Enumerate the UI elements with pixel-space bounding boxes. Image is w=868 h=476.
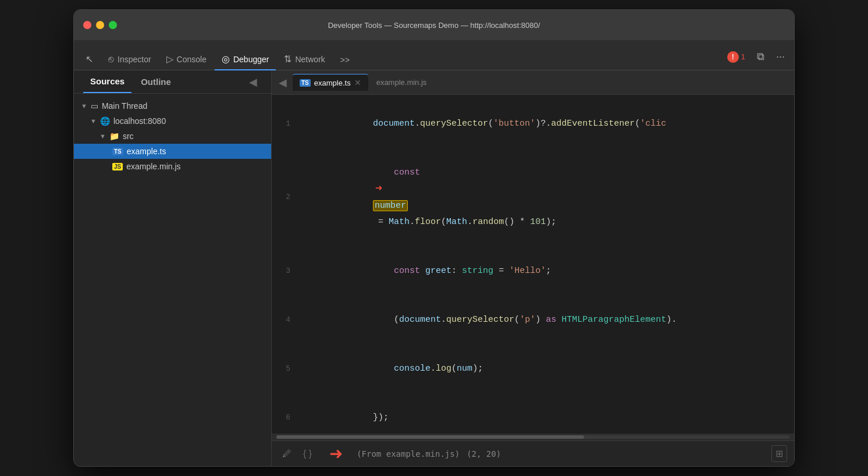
source-map-coords: (2, 20)	[467, 449, 501, 459]
close-button[interactable]	[83, 21, 91, 29]
console-icon: ▷	[166, 54, 173, 65]
line-content-2: const ➜ number = Math.floor(Math.random(…	[300, 148, 794, 247]
line-num-4: 4	[272, 312, 300, 328]
more-options-icon: ···	[776, 51, 785, 63]
tree-item-src[interactable]: ▼ 📁 src	[74, 129, 271, 144]
expand-arrow-main-thread: ▼	[81, 102, 87, 109]
error-badge[interactable]: ! 1	[723, 49, 750, 65]
line-num-2: 2	[272, 189, 300, 205]
line-num-1: 1	[272, 116, 300, 132]
tree-item-example-min-js[interactable]: JS example.min.js	[74, 159, 271, 174]
responsive-design-button[interactable]: ⧉	[752, 48, 769, 65]
code-tab-minjs-label: example.min.js	[376, 78, 427, 87]
format-button[interactable]: { }	[300, 446, 315, 461]
pretty-print-icon: 🖉	[282, 449, 291, 459]
title-bar: Developer Tools — Sourcemaps Demo — http…	[74, 10, 794, 40]
toolbar-right: ! 1 ⧉ ···	[723, 48, 789, 70]
format-label: { }	[303, 449, 312, 459]
error-count: 1	[741, 52, 745, 61]
sources-tab-label: Sources	[90, 76, 124, 86]
devtools-window: Developer Tools — Sourcemaps Demo — http…	[73, 9, 795, 467]
tab-debugger[interactable]: ◎ Debugger	[215, 49, 276, 70]
minimize-button[interactable]	[96, 21, 104, 29]
folder-icon-main-thread: ▭	[91, 101, 98, 111]
inspector-icon: ⎋	[108, 54, 114, 65]
expand-arrow-localhost: ▼	[90, 118, 97, 125]
ts-badge-1: TS	[112, 148, 123, 155]
line-content-3: const greet: string = 'Hello';	[300, 247, 794, 296]
code-tab-example-min-js[interactable]: example.min.js	[369, 74, 434, 90]
tab-console[interactable]: ▷ Console	[159, 49, 214, 70]
example-ts-label: example.ts	[127, 147, 166, 156]
debugger-icon: ◎	[222, 54, 230, 65]
line-num-6: 6	[272, 410, 300, 426]
collapse-sidebar-button[interactable]: ◀	[274, 74, 291, 91]
toolbar: ↖ ⎋ Inspector ▷ Console ◎ Debugger ⇅ Net…	[74, 40, 794, 70]
main-content: Sources Outline ◀ ▼ ▭ Main Thread ▼ 🌐	[74, 70, 794, 466]
code-line-4: 4 (document.querySelector('p') as HTMLPa…	[272, 296, 794, 344]
code-tabs: ◀ TS example.ts ✕ example.min.js	[272, 70, 794, 95]
source-map-icon: ⊞	[775, 449, 783, 459]
sidebar-collapse-button[interactable]: ◀	[244, 71, 262, 93]
tree-item-localhost[interactable]: ▼ 🌐 localhost:8080	[74, 113, 271, 129]
tab-inspector[interactable]: ⎋ Inspector	[101, 49, 158, 70]
expand-arrow-src: ▼	[99, 133, 106, 140]
error-badge-icon: !	[727, 51, 739, 63]
pointer-icon: ↖	[86, 54, 93, 65]
src-label: src	[123, 132, 134, 141]
code-lines: 1 document.querySelector('button')?.addE…	[272, 95, 794, 434]
localhost-label: localhost:8080	[113, 116, 166, 126]
line-num-5: 5	[272, 361, 300, 377]
more-tabs-icon: >>	[340, 55, 350, 65]
network-label: Network	[295, 55, 325, 64]
file-tree: ▼ ▭ Main Thread ▼ 🌐 localhost:8080 ▼ 📁 s…	[74, 94, 271, 466]
code-editor[interactable]: 1 document.querySelector('button')?.addE…	[272, 95, 794, 434]
folder-icon-src: 📁	[109, 132, 119, 141]
js-badge-1: JS	[112, 163, 123, 170]
code-editor-area: ◀ TS example.ts ✕ example.min.js 1	[272, 70, 794, 466]
line-content-6: });	[300, 393, 794, 434]
status-bar: 🖉 { } ➜ (From example.min.js) (2, 20) ⊞	[272, 441, 794, 466]
more-options-button[interactable]: ···	[771, 48, 789, 65]
close-tab-ts[interactable]: ✕	[354, 78, 361, 87]
line-content-1: document.querySelector('button')?.addEve…	[300, 100, 794, 148]
source-map-button[interactable]: ⊞	[771, 445, 787, 462]
sidebar-tab-sources[interactable]: Sources	[83, 70, 131, 93]
pretty-print-button[interactable]: 🖉	[279, 446, 295, 461]
ts-badge-tab: TS	[300, 79, 311, 87]
tree-item-example-ts[interactable]: TS example.ts	[74, 144, 271, 159]
sidebar-tabs: Sources Outline ◀	[74, 70, 271, 94]
globe-icon: 🌐	[100, 116, 110, 126]
scrollbar-thumb	[276, 435, 584, 439]
line-content-4: (document.querySelector('p') as HTMLPara…	[300, 296, 794, 344]
code-tab-example-ts[interactable]: TS example.ts ✕	[293, 74, 368, 91]
more-tabs-button[interactable]: >>	[333, 51, 357, 70]
debugger-label: Debugger	[233, 55, 269, 64]
horizontal-scrollbar[interactable]	[272, 434, 794, 441]
code-line-6: 6 });	[272, 393, 794, 434]
maximize-button[interactable]	[109, 21, 117, 29]
code-tab-ts-label: example.ts	[314, 79, 351, 87]
responsive-icon: ⧉	[757, 51, 764, 63]
traffic-lights	[83, 21, 117, 29]
source-map-text: (From example.min.js)	[357, 449, 460, 459]
example-min-js-label: example.min.js	[126, 162, 180, 171]
code-line-2: 2 const ➜ number = Math.floor(Math.rando…	[272, 148, 794, 247]
line-num-3: 3	[272, 263, 300, 279]
tree-item-main-thread[interactable]: ▼ ▭ Main Thread	[74, 98, 271, 113]
line-content-5: console.log(num);	[300, 344, 794, 393]
sidebar: Sources Outline ◀ ▼ ▭ Main Thread ▼ 🌐	[74, 70, 272, 466]
code-line-5: 5 console.log(num);	[272, 344, 794, 393]
sidebar-tab-outline[interactable]: Outline	[134, 71, 178, 93]
network-icon: ⇅	[284, 54, 291, 65]
inspector-label: Inspector	[118, 55, 151, 64]
console-label: Console	[177, 55, 207, 64]
tab-pointer[interactable]: ↖	[79, 49, 100, 70]
window-title: Developer Tools — Sourcemaps Demo — http…	[328, 21, 540, 30]
scrollbar-track	[276, 435, 789, 439]
main-thread-label: Main Thread	[102, 101, 147, 111]
code-line-3: 3 const greet: string = 'Hello';	[272, 247, 794, 296]
tab-network[interactable]: ⇅ Network	[277, 49, 332, 70]
outline-tab-label: Outline	[141, 77, 171, 87]
code-line-1: 1 document.querySelector('button')?.addE…	[272, 100, 794, 148]
